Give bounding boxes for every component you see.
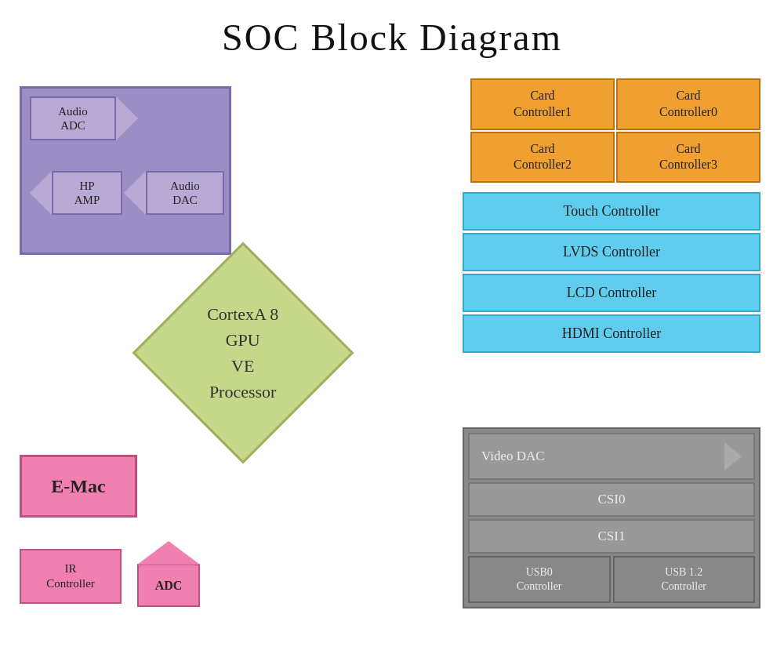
cyan-controllers: Touch Controller LVDS Controller LCD Con… — [463, 192, 760, 355]
diagram-area: AudioADC HPAMP AudioDAC CortexA 8 GPU VE… — [0, 71, 784, 667]
purple-audio-block: AudioADC HPAMP AudioDAC — [20, 86, 231, 255]
page-title: SOC Block Diagram — [0, 0, 784, 59]
lvds-controller: LVDS Controller — [463, 233, 760, 271]
hp-amp-label: HPAMP — [52, 171, 122, 215]
hdmi-controller: HDMI Controller — [463, 314, 760, 353]
audio-adc-label: AudioADC — [30, 96, 116, 140]
video-dac-arrow — [724, 442, 742, 470]
adc-pentagon: ADC — [137, 541, 200, 607]
audio-adc-shape: AudioADC — [30, 96, 138, 140]
csi1-cell: CSI1 — [468, 519, 755, 554]
ir-controller-block: IRController — [20, 549, 122, 604]
hp-amp-left-arrow — [30, 171, 52, 215]
audio-dac-label: AudioDAC — [146, 171, 224, 215]
card-controller-0: CardController0 — [616, 78, 760, 130]
audio-dac-left-arrow — [124, 171, 146, 215]
usb1-cell: USB 1.2Controller — [613, 556, 756, 603]
cortex-diamond: CortexA 8 GPU VE Processor — [132, 242, 354, 464]
card-controller-2: CardController2 — [470, 132, 615, 183]
card-controller-1: CardController1 — [470, 78, 615, 130]
video-dac-label: Video DAC — [481, 449, 720, 464]
cortex-label: CortexA 8 GPU VE Processor — [207, 301, 278, 405]
audio-dac-shape: AudioDAC — [124, 171, 224, 215]
touch-controller: Touch Controller — [463, 192, 760, 231]
audio-adc-arrow — [116, 96, 138, 140]
adc-label: ADC — [137, 564, 200, 607]
video-dac-cell: Video DAC — [468, 433, 755, 480]
hp-amp-shape: HPAMP — [30, 171, 122, 215]
card-controller-3: CardController3 — [616, 132, 760, 183]
diamond-container: CortexA 8 GPU VE Processor — [141, 251, 345, 455]
lcd-controller: LCD Controller — [463, 274, 760, 312]
gray-block: Video DAC CSI0 CSI1 USB0Controller USB 1… — [463, 427, 760, 608]
card-controllers-grid: CardController1 CardController0 CardCont… — [470, 78, 760, 183]
emac-block: E-Mac — [20, 455, 137, 518]
usb0-cell: USB0Controller — [468, 556, 611, 603]
csi0-cell: CSI0 — [468, 482, 755, 517]
adc-arrow-top — [137, 541, 200, 565]
usb-grid: USB0Controller USB 1.2Controller — [468, 556, 755, 603]
